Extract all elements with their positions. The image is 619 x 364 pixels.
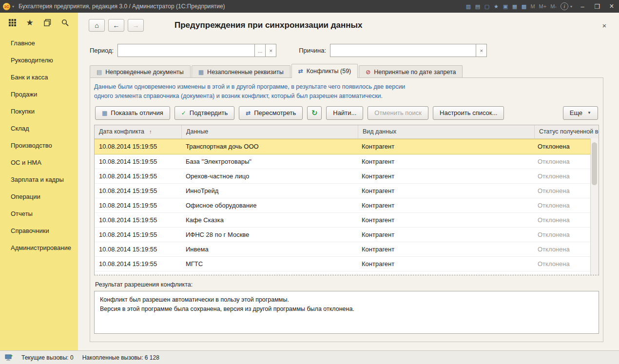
cell-conflict-date: 10.08.2014 15:19:55 [95, 216, 181, 224]
back-button[interactable]: ← [108, 19, 124, 32]
link-icon[interactable]: ▣ [501, 2, 510, 10]
table-row[interactable]: 10.08.2014 15:19:55 ИФНС 28 по г Москве … [95, 228, 599, 242]
sidebar-item[interactable]: Зарплата и кадры [0, 171, 78, 188]
review-button[interactable]: ⇄ Пересмотреть [239, 106, 303, 120]
tab[interactable]: ⇄ Конфликты (59) [291, 64, 358, 78]
column-header-kind[interactable]: Вид данных [358, 125, 535, 138]
tab-icon: ⊘ [366, 69, 370, 76]
service-menu-caret-icon[interactable]: ▾ [570, 4, 572, 9]
cell-kind: Контрагент [357, 187, 533, 194]
memory-m-button[interactable]: M [528, 3, 537, 9]
sidebar-item[interactable]: ОС и НМА [0, 154, 78, 171]
cancel-search-button[interactable]: Отменить поиск [368, 106, 428, 120]
sidebar-item[interactable]: Склад [0, 120, 78, 137]
more-button[interactable]: Еще ▼ [563, 106, 598, 120]
sidebar-item[interactable]: Главное [0, 35, 78, 52]
sidebar-item[interactable]: Руководителю [0, 52, 78, 69]
cell-data: Орехов-частное лицо [181, 172, 357, 180]
forward-button[interactable]: → [128, 19, 144, 32]
differences-icon: ▦ [102, 110, 107, 116]
maximize-button[interactable]: ❒ [590, 0, 604, 13]
table-row[interactable]: 10.08.2014 15:19:55 МГТС Контрагент Откл… [95, 257, 599, 271]
table-row[interactable]: 10.08.2014 15:19:55 Орехов-частное лицо … [95, 169, 599, 184]
reason-clear-button[interactable]: × [476, 44, 487, 57]
period-label: Период: [90, 47, 114, 54]
tab[interactable]: ▤ Непроведенные документы [90, 65, 191, 78]
sidebar-item[interactable]: Продажи [0, 86, 78, 103]
titlebar: 1С ▾ Бухгалтерия предприятия, редакция 3… [0, 0, 619, 13]
add-favorites-icon[interactable]: ★ [491, 2, 501, 10]
cell-conflict-date: 10.08.2014 15:19:55 [95, 158, 181, 165]
reason-input[interactable] [330, 44, 476, 57]
cell-status: Отклонена [533, 216, 599, 224]
sidebar-item[interactable]: Администрирование [0, 239, 78, 256]
history-pages-icon[interactable] [43, 18, 52, 27]
memory-m-minus-button[interactable]: M- [548, 3, 559, 9]
period-field-group: ... × [117, 44, 276, 57]
find-button[interactable]: Найти... [326, 106, 363, 120]
home-button[interactable]: ⌂ [89, 19, 105, 32]
cell-data: ИнноТрейд [181, 187, 357, 194]
favorites-star-icon[interactable]: ★ [25, 18, 34, 27]
info-icon[interactable]: i [561, 2, 568, 10]
period-choose-button[interactable]: ... [255, 44, 266, 57]
configure-list-button[interactable]: Настроить список... [433, 106, 504, 120]
cell-kind: Контрагент [357, 246, 533, 253]
sidebar-item[interactable]: Отчеты [0, 205, 78, 222]
save-icon[interactable]: ▥ [464, 2, 473, 10]
period-clear-button[interactable]: × [266, 44, 276, 57]
table-row[interactable]: 10.08.2014 15:19:55 Транспортная дочь ОО… [95, 139, 599, 154]
info-text: Данные были одновременно изменены в этой… [94, 82, 599, 101]
table-row[interactable]: 10.08.2014 15:19:55 Кафе Сказка Контраге… [95, 213, 599, 228]
calculator-icon[interactable]: ▩ [519, 2, 528, 10]
vertical-scrollbar[interactable] [590, 138, 599, 275]
table-row[interactable]: 10.08.2014 15:19:55 База "Электротовары"… [95, 154, 599, 169]
table-row[interactable]: 10.08.2014 15:19:55 Контрагент Отклонена [95, 271, 599, 275]
calendar-icon[interactable]: ▦ [510, 2, 519, 10]
print-icon[interactable]: ▤ [473, 2, 482, 10]
cell-conflict-date: 10.08.2014 15:19:55 [95, 172, 181, 180]
app-window: 1С ▾ Бухгалтерия предприятия, редакция 3… [0, 0, 619, 364]
system-menu-caret-icon[interactable]: ▾ [12, 4, 14, 9]
cell-status: Отклонена [533, 260, 599, 268]
cell-conflict-date: 10.08.2014 15:19:55 [95, 187, 181, 194]
preview-icon[interactable]: ▢ [482, 2, 491, 10]
calls-monitor-icon[interactable] [5, 354, 13, 361]
conflicts-panel: Данные были одновременно изменены в этой… [90, 77, 603, 342]
close-window-button[interactable]: × [604, 0, 619, 13]
column-header-date[interactable]: Дата конфликта ↑ [95, 125, 182, 138]
table-row[interactable]: 10.08.2014 15:19:55 Инвема Контрагент От… [95, 242, 599, 257]
table-row[interactable]: 10.08.2014 15:19:55 Офисное оборудование… [95, 198, 599, 213]
sidebar-item[interactable]: Производство [0, 137, 78, 154]
scrollbar-thumb[interactable] [592, 142, 597, 185]
period-input[interactable] [117, 44, 255, 57]
menu-grid-icon[interactable] [8, 18, 17, 27]
cell-kind: Контрагент [357, 275, 533, 275]
cell-kind: Контрагент [357, 158, 533, 165]
show-differences-button[interactable]: ▦ Показать отличия [95, 106, 170, 120]
sort-ascending-icon: ↑ [149, 129, 152, 134]
column-header-status[interactable]: Статус полученной ве... [535, 125, 599, 138]
cell-status: Отклонена [533, 158, 599, 165]
tab[interactable]: ▦ Незаполненные реквизиты [192, 65, 290, 78]
sidebar-item[interactable]: Справочники [0, 222, 78, 239]
minimize-button[interactable]: – [575, 0, 590, 13]
sidebar-item[interactable]: Покупки [0, 103, 78, 120]
column-header-data[interactable]: Данные [182, 125, 358, 138]
table-row[interactable]: 10.08.2014 15:19:55 ИнноТрейд Контрагент… [95, 184, 599, 198]
sidebar-item[interactable]: Операции [0, 188, 78, 205]
refresh-button[interactable]: ↻ [307, 106, 322, 120]
close-form-button[interactable]: × [599, 19, 610, 31]
cell-status: Отклонена [533, 202, 599, 209]
tab[interactable]: ⊘ Непринятые по дате запрета [359, 65, 463, 78]
tab-label: Непроведенные документы [105, 69, 183, 76]
sidebar-item[interactable]: Банк и касса [0, 69, 78, 86]
status-bar: Текущие вызовы: 0 Накопленные вызовы: 6 … [0, 350, 619, 364]
tab-icon: ▤ [97, 69, 102, 76]
confirm-button[interactable]: ✓ Подтвердить [174, 106, 234, 120]
cell-status: Отклонена [533, 172, 599, 180]
cell-data: Кафе Сказка [181, 216, 357, 224]
search-icon[interactable] [60, 18, 69, 27]
memory-m-plus-button[interactable]: M+ [537, 3, 549, 9]
1c-logo-icon[interactable]: 1С [3, 3, 10, 10]
